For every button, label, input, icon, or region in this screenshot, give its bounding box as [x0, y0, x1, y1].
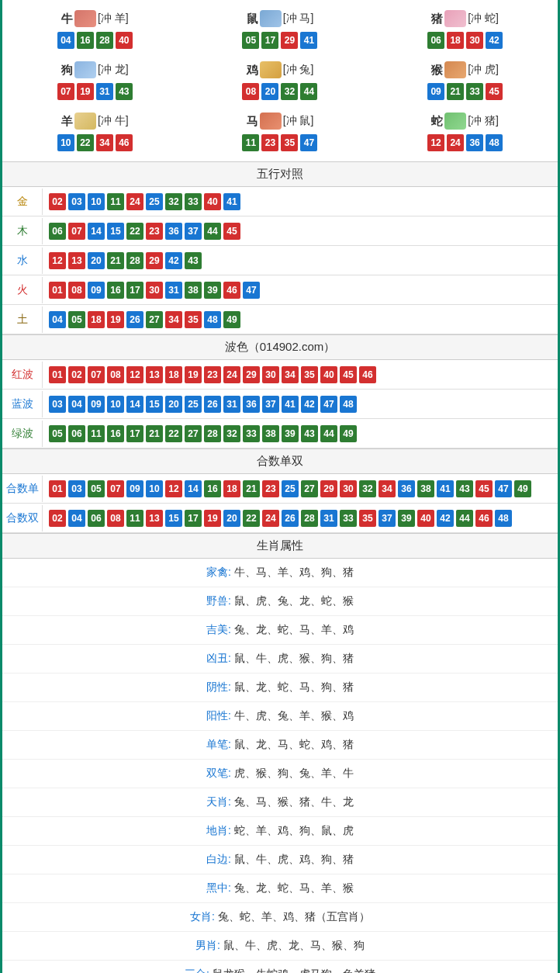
attr-label: 单笔: [206, 738, 231, 752]
attr-value: 牛、马、羊、鸡、狗、猪 [234, 566, 354, 580]
number-badge: 45 [340, 366, 357, 383]
number-badge: 14 [185, 480, 202, 497]
row-label: 红波 [2, 362, 43, 388]
number-badge: 32 [165, 193, 182, 210]
attr-value: 鼠、龙、马、蛇、鸡、猪 [234, 738, 354, 752]
zodiac-icon [444, 10, 466, 27]
number-badge: 13 [68, 252, 85, 269]
number-badge: 16 [107, 282, 124, 299]
number-badge: 21 [243, 480, 260, 497]
attr-value: 鼠、牛、虎、猴、狗、猪 [234, 652, 354, 666]
heshu-header: 合数单双 [2, 448, 558, 474]
table-row: 木06071415222336374445 [2, 216, 558, 246]
attr-row: 天肖: 兔、马、猴、猪、牛、龙 [2, 788, 558, 817]
zodiac-numbers: 04162840 [2, 32, 188, 49]
number-badge: 49 [340, 425, 357, 442]
attr-row: 女肖: 兔、蛇、羊、鸡、猪（五宫肖） [2, 903, 558, 932]
attr-label: 地肖: [206, 824, 231, 838]
number-badge: 27 [185, 425, 202, 442]
number-badge: 32 [223, 425, 240, 442]
number-badge: 25 [282, 480, 299, 497]
attr-row: 单笔: 鼠、龙、马、蛇、鸡、猪 [2, 731, 558, 760]
number-badge: 22 [77, 134, 94, 151]
attr-row: 吉美: 兔、龙、蛇、马、羊、鸡 [2, 616, 558, 645]
zodiac-name: 猪 [431, 12, 443, 26]
zodiac-title: 猪[冲 蛇] [372, 10, 558, 27]
attr-value: 鼠、龙、蛇、马、狗、猪 [234, 680, 354, 694]
number-badge: 36 [165, 223, 182, 240]
number-badge: 24 [126, 193, 143, 210]
number-badge: 13 [146, 510, 163, 527]
number-badge: 44 [456, 510, 473, 527]
row-content: 06071415222336374445 [43, 218, 558, 244]
number-badge: 44 [300, 83, 317, 100]
number-badge: 33 [466, 83, 483, 100]
attr-label: 凶丑: [206, 652, 231, 666]
zodiac-name: 鸡 [247, 63, 258, 78]
number-badge: 08 [107, 510, 124, 527]
attrs-table: 家禽: 牛、马、羊、鸡、狗、猪野兽: 鼠、虎、兔、龙、蛇、猴吉美: 兔、龙、蛇、… [2, 559, 558, 973]
number-badge: 34 [379, 480, 396, 497]
number-badge: 31 [96, 83, 113, 100]
zodiac-title: 马[冲 鼠] [188, 113, 373, 130]
zodiac-title: 狗[冲 龙] [2, 61, 188, 78]
number-badge: 39 [282, 425, 299, 442]
number-badge: 26 [204, 396, 221, 413]
row-content: 0103050709101214161821232527293032343638… [43, 476, 558, 502]
heshu-table: 合数单0103050709101214161821232527293032343… [2, 474, 558, 533]
row-label: 木 [2, 218, 43, 244]
row-content: 0108091617303138394647 [43, 277, 558, 303]
attr-label: 野兽: [206, 594, 231, 608]
number-badge: 33 [185, 193, 202, 210]
number-badge: 01 [49, 282, 66, 299]
zodiac-cell: 马[冲 鼠]11233547 [188, 106, 373, 158]
number-badge: 11 [88, 425, 105, 442]
number-badge: 17 [261, 32, 278, 49]
number-badge: 46 [475, 510, 493, 527]
number-badge: 35 [301, 366, 318, 383]
number-badge: 17 [126, 425, 143, 442]
zodiac-icon [74, 113, 96, 130]
table-row: 土04051819262734354849 [2, 305, 558, 334]
attr-row: 男肖: 鼠、牛、虎、龙、马、猴、狗 [2, 932, 558, 961]
number-badge: 07 [107, 480, 124, 497]
number-badge: 32 [359, 480, 376, 497]
zodiac-title: 牛[冲 羊] [2, 10, 188, 27]
number-badge: 17 [126, 282, 143, 299]
number-badge: 43 [185, 252, 202, 269]
zodiac-name: 羊 [61, 114, 73, 129]
row-label: 土 [2, 306, 43, 333]
number-badge: 34 [165, 311, 182, 328]
number-badge: 23 [261, 134, 278, 151]
number-badge: 12 [165, 480, 182, 497]
number-badge: 04 [68, 396, 85, 413]
number-badge: 16 [107, 425, 124, 442]
number-badge: 36 [466, 134, 483, 151]
number-badge: 43 [116, 83, 133, 100]
number-badge: 42 [486, 32, 503, 49]
number-badge: 24 [223, 366, 240, 383]
number-badge: 18 [165, 366, 182, 383]
zodiac-icon [74, 61, 96, 78]
number-badge: 22 [243, 510, 260, 527]
number-badge: 08 [68, 282, 85, 299]
zodiac-icon [74, 10, 96, 27]
zodiac-icon [444, 113, 466, 130]
number-badge: 10 [88, 193, 105, 210]
row-label: 绿波 [2, 421, 43, 447]
zodiac-cell: 牛[冲 羊]04162840 [2, 4, 188, 55]
zodiac-cell: 狗[冲 龙]07193143 [2, 55, 188, 106]
number-badge: 30 [146, 282, 163, 299]
number-badge: 20 [261, 83, 278, 100]
number-badge: 11 [242, 134, 259, 151]
zodiac-conflict: [冲 马] [283, 12, 314, 26]
attr-row: 阴性: 鼠、龙、蛇、马、狗、猪 [2, 673, 558, 702]
number-badge: 15 [107, 223, 124, 240]
number-badge: 31 [223, 396, 240, 413]
number-badge: 02 [49, 193, 66, 210]
number-badge: 03 [68, 193, 85, 210]
number-badge: 30 [466, 32, 483, 49]
number-badge: 41 [282, 396, 299, 413]
number-badge: 24 [447, 134, 464, 151]
number-badge: 05 [88, 480, 105, 497]
